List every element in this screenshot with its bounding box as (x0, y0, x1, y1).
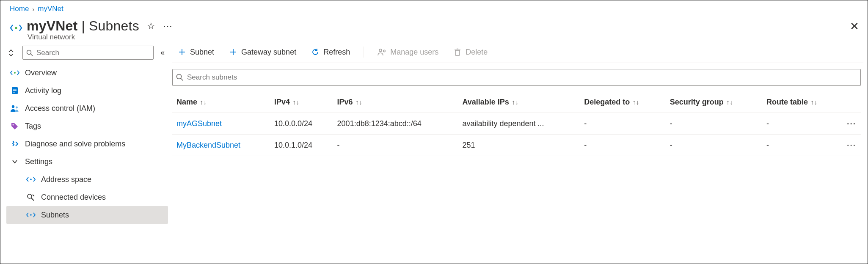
svg-point-1 (27, 50, 31, 54)
sort-icon[interactable]: ↑↓ (810, 99, 817, 106)
sidebar-item-label: Activity log (25, 86, 61, 95)
sidebar-item-label: Connected devices (41, 193, 106, 202)
connected-devices-icon (26, 192, 36, 202)
page-header: myVNet | Subnets ☆ ⋯ Virtual network (0, 16, 868, 43)
svg-point-10 (12, 124, 14, 125)
svg-point-23 (177, 74, 182, 79)
expand-toggle-icon[interactable] (8, 49, 17, 57)
svg-point-18 (379, 49, 382, 52)
sidebar-item-activity-log[interactable]: Activity log (6, 82, 168, 99)
svg-line-2 (31, 54, 33, 56)
svg-line-24 (181, 79, 183, 81)
vnet-icon (9, 21, 23, 35)
plus-icon (229, 47, 238, 57)
svg-rect-5 (13, 89, 17, 90)
col-route[interactable]: Route table↑↓ (762, 94, 842, 113)
resource-type-label: Virtual network (28, 33, 863, 41)
close-icon[interactable]: ✕ (850, 20, 859, 33)
sidebar-item-access-control[interactable]: Access control (IAM) (6, 99, 168, 117)
sort-icon[interactable]: ↑↓ (292, 99, 299, 106)
sidebar-search-input[interactable] (36, 48, 150, 58)
svg-rect-6 (13, 91, 17, 91)
sidebar-item-settings[interactable]: Settings (6, 153, 168, 170)
sidebar-item-label: Tags (25, 122, 41, 131)
diagnose-icon (10, 139, 20, 148)
breadcrumb-separator-icon: › (32, 6, 34, 13)
sort-icon[interactable]: ↑↓ (355, 99, 362, 106)
sidebar-item-label: Subnets (41, 211, 69, 220)
add-gateway-subnet-button[interactable]: Gateway subnet (226, 46, 299, 58)
table-row[interactable]: myAGSubnet 10.0.0.0/24 2001:db8:1234:abc… (172, 113, 861, 135)
sidebar-item-label: Settings (25, 157, 52, 166)
table-row[interactable]: MyBackendSubnet 10.0.1.0/24 - 251 - - - … (172, 135, 861, 156)
breadcrumb: Home › myVNet (0, 0, 868, 16)
delete-button: Delete (450, 46, 490, 58)
sort-icon[interactable]: ↑↓ (632, 99, 639, 106)
page-title: myVNet | Subnets (27, 18, 139, 34)
add-subnet-button[interactable]: Subnet (175, 46, 217, 58)
sidebar-nav: Overview Activity log Access control (IA… (6, 64, 168, 224)
svg-point-0 (15, 27, 17, 29)
subnet-name-link[interactable]: myAGSubnet (172, 113, 270, 135)
refresh-button[interactable]: Refresh (308, 46, 353, 58)
subnets-icon (26, 210, 36, 220)
breadcrumb-home[interactable]: Home (10, 5, 29, 13)
sidebar-item-connected-devices[interactable]: Connected devices (6, 188, 168, 206)
cell-ipv6: - (333, 135, 458, 156)
svg-point-19 (383, 50, 385, 52)
users-icon (378, 47, 387, 57)
subnet-search-input[interactable] (186, 73, 857, 82)
col-name[interactable]: Name↑↓ (172, 94, 270, 113)
svg-rect-7 (13, 92, 15, 93)
col-ipv6[interactable]: IPv6↑↓ (333, 94, 458, 113)
row-more-icon[interactable]: ⋯ (842, 113, 861, 135)
sort-icon[interactable]: ↑↓ (512, 99, 518, 106)
access-control-icon (10, 104, 20, 113)
sidebar-item-diagnose[interactable]: Diagnose and solve problems (6, 135, 168, 153)
cell-delegated: - (580, 135, 666, 156)
address-space-icon (26, 175, 36, 184)
sidebar-item-label: Access control (IAM) (25, 104, 95, 113)
more-menu-icon[interactable]: ⋯ (163, 21, 173, 32)
subnet-name-link[interactable]: MyBackendSubnet (172, 135, 270, 156)
sidebar-item-label: Overview (25, 69, 57, 77)
sidebar-item-label: Address space (41, 175, 91, 184)
cell-ipv4: 10.0.0.0/24 (270, 113, 333, 135)
col-delegated[interactable]: Delegated to↑↓ (580, 94, 666, 113)
sort-icon[interactable]: ↑↓ (200, 99, 207, 106)
cell-secgroup: - (666, 135, 762, 156)
sidebar-item-overview[interactable]: Overview (6, 64, 168, 82)
col-available[interactable]: Available IPs↑↓ (458, 94, 580, 113)
plus-icon (177, 47, 187, 57)
cell-route: - (762, 113, 842, 135)
command-separator (364, 47, 364, 58)
sort-icon[interactable]: ↑↓ (726, 99, 733, 106)
collapse-sidebar-icon[interactable]: « (159, 48, 166, 57)
col-ipv4[interactable]: IPv4↑↓ (270, 94, 333, 113)
refresh-icon (311, 47, 320, 57)
sidebar-item-address-space[interactable]: Address space (6, 170, 168, 188)
cell-available: 251 (458, 135, 580, 156)
tags-icon (10, 121, 20, 131)
row-more-icon[interactable]: ⋯ (842, 135, 861, 156)
subnets-table: Name↑↓ IPv4↑↓ IPv6↑↓ Available IPs↑↓ Del… (172, 94, 861, 156)
main-content: Subnet Gateway subnet Refresh Manage use (168, 43, 868, 259)
sidebar-item-tags[interactable]: Tags (6, 117, 168, 135)
svg-point-13 (30, 214, 32, 216)
sidebar: « Overview Activity log Access control (… (6, 43, 168, 259)
chevron-down-icon (10, 157, 20, 166)
svg-point-12 (28, 194, 32, 198)
col-secgroup[interactable]: Security group↑↓ (666, 94, 762, 113)
sidebar-item-subnets[interactable]: Subnets (6, 206, 168, 224)
sidebar-search[interactable] (22, 46, 154, 60)
svg-point-9 (16, 107, 18, 109)
manage-users-button: Manage users (375, 46, 441, 58)
search-icon (26, 50, 33, 56)
favorite-icon[interactable]: ☆ (147, 21, 155, 32)
sidebar-item-label: Diagnose and solve problems (25, 140, 125, 148)
cell-available: availability dependent ... (458, 113, 580, 135)
subnet-search[interactable] (172, 69, 861, 86)
trash-icon (453, 47, 462, 57)
cell-ipv4: 10.0.1.0/24 (270, 135, 333, 156)
breadcrumb-resource[interactable]: myVNet (38, 5, 63, 13)
